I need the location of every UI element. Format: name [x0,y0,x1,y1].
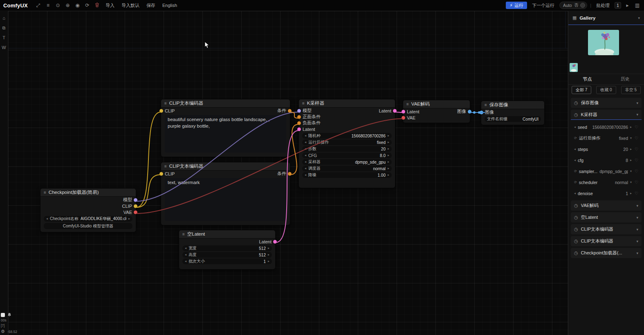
gear-icon[interactable]: ⚙ [1,329,5,334]
increment-icon[interactable]: ▸ [630,158,632,162]
dropdown-icon[interactable]: ▾ [630,180,632,184]
menu-icon[interactable]: ≡ [45,3,52,8]
param-denoise[interactable]: ◂ denoise 1 ▸ ♡ [570,188,642,199]
run-button[interactable]: ⚡ 运行 [506,2,527,9]
trash-icon[interactable] [94,2,101,8]
clip-input-port[interactable] [159,172,163,175]
after-run-widget[interactable]: ◂ 运行后操作 fixed ▸ [302,139,392,145]
param-steps[interactable]: ◂ steps 20 ▸ ♡ [570,144,642,155]
param-after-run[interactable]: ⟳ 运行后操作 fixed ▾ ♡ [570,133,642,144]
chevron-down-icon[interactable]: ▾ [636,216,638,220]
workspace-tool[interactable]: W [2,45,6,50]
node-menu-icon[interactable]: ≡ [182,232,185,236]
home-icon[interactable]: ⌂ [2,16,5,20]
list-item-ksampler[interactable]: ◷ K采样器 ▾ [571,110,642,120]
model-manager-button[interactable]: ComfyUI-Studio 模型管理器 [44,223,132,229]
decrement-icon[interactable]: ◂ [305,154,306,157]
latent-input-port[interactable] [297,127,301,131]
increment-icon[interactable]: ▸ [388,167,389,170]
favorite-icon[interactable]: ♡ [635,158,638,162]
vae-input-port[interactable] [402,116,405,119]
increment-icon[interactable]: ▸ [630,191,632,195]
cycle-icon[interactable]: ⟳ [574,169,577,173]
negative-input-port[interactable] [297,121,301,125]
node-header[interactable]: ≡ Checkpoint加载器(简易) [40,189,136,197]
increment-icon[interactable]: ▸ [268,247,269,250]
chevron-down-icon[interactable]: ▾ [636,101,638,105]
decrement-icon[interactable]: ◂ [305,141,306,144]
list-item-clip-encoder-1[interactable]: ◷ CLIP文本编码器 ▾ [571,224,642,234]
fit-view-icon[interactable]: ⊙ [54,3,61,8]
cycle-icon[interactable]: ⟳ [574,180,577,184]
favorite-icon[interactable]: ♡ [635,147,638,151]
model-output-port[interactable] [134,198,137,202]
decrement-icon[interactable]: ◂ [574,158,576,162]
filter-all[interactable]: 全部 7 [572,86,591,94]
increment-icon[interactable]: ▸ [388,154,389,157]
node-clip-text-encode-negative[interactable]: ≡ CLIP文本编码器 CLIP 条件 text, watermark [161,162,290,225]
zoom-in-icon[interactable]: ⊕ [64,3,71,8]
favorite-icon[interactable]: ♡ [635,191,638,196]
cfg-widget[interactable]: ◂ CFG 8.0 ▸ [302,153,392,158]
menu-language[interactable]: English [160,3,179,8]
decrement-icon[interactable]: ◂ [574,191,576,195]
batch-step-icon[interactable]: ▸ [624,3,631,8]
list-item-save-image[interactable]: ◷ 保存图像 ▾ [571,98,642,108]
auto-toggle[interactable]: Auto 否 [559,2,587,9]
fullscreen-icon[interactable]: ⤢ [35,3,42,8]
gallery-header[interactable]: ▦ Gallery ▾ [568,11,644,25]
model-input-port[interactable] [297,109,301,112]
sampler-widget[interactable]: ◂ 采样器 dpmpp_sde_gpu ▸ [302,159,392,165]
conditioning-output-port[interactable] [288,172,292,175]
notification-bell-icon[interactable] [7,313,11,317]
increment-icon[interactable]: ▸ [630,125,632,129]
batch-size-widget[interactable]: ◂ 批次大小 1 ▸ [182,259,272,264]
templates-tool[interactable]: T [2,36,5,40]
node-menu-icon[interactable]: ≡ [406,102,409,106]
dropdown-icon[interactable]: ▾ [630,169,632,173]
denoise-widget[interactable]: ◂ 降噪 1.00 ▸ [302,172,392,178]
width-widget[interactable]: ◂ 宽度 512 ▸ [182,245,272,251]
batch-count-input[interactable]: 1 [615,2,621,9]
decrement-icon[interactable]: ◂ [185,247,186,250]
node-menu-icon[interactable]: ≡ [485,103,487,107]
increment-icon[interactable]: ▸ [268,260,269,263]
next-run-button[interactable]: 下一个运行 [530,2,556,9]
gallery-thumbnail[interactable] [570,63,578,72]
increment-icon[interactable]: ▸ [388,173,389,177]
node-save-image[interactable]: ≡ 保存图像 图像 文件名前缀 ComfyUI [481,101,545,125]
param-sampler[interactable]: ⟳ sampler... dpmpp_sde_gpu ▾ ♡ [570,166,642,177]
favorite-icon[interactable]: ♡ [635,169,638,173]
node-menu-icon[interactable]: ≡ [302,101,305,106]
height-widget[interactable]: ◂ 高度 512 ▸ [182,252,272,258]
node-vae-decode[interactable]: ≡ VAE解码 Latent 图像 VAE [403,100,470,123]
positive-input-port[interactable] [297,115,301,119]
node-ksampler[interactable]: ≡ K采样器 模型 Latent 正面条件 负面条件 Latent ◂ 随机种 … [298,99,395,188]
param-cfg[interactable]: ◂ cfg 8 ▸ ♡ [570,155,642,166]
decrement-icon[interactable]: ◂ [185,253,186,256]
decrement-icon[interactable]: ◂ [305,160,306,164]
prompt-textarea[interactable]: text, watermark [165,178,286,221]
minimap-icon[interactable] [1,313,5,317]
decrement-icon[interactable]: ◂ [305,167,306,170]
node-menu-icon[interactable]: ≡ [164,164,167,169]
node-menu-icon[interactable]: ≡ [164,101,167,106]
latent-output-port[interactable] [393,109,397,112]
graph-canvas[interactable]: ≡ CLIP文本编码器 CLIP 条件 beautiful scenery na… [8,11,568,335]
tab-history[interactable]: 历史 [606,74,644,84]
chevron-down-icon[interactable]: ▾ [638,16,640,20]
decrement-icon[interactable]: ◂ [574,125,576,129]
node-header[interactable]: ≡ CLIP文本编码器 [161,99,290,108]
increment-icon[interactable]: ▸ [388,160,389,164]
menu-import[interactable]: 导入 [103,2,117,9]
filename-prefix-widget[interactable]: 文件名前缀 ComfyUI [485,116,541,122]
menu-save[interactable]: 保存 [144,2,157,9]
favorite-icon[interactable]: ♡ [635,136,638,140]
latent-output-port[interactable] [273,240,277,243]
param-seed[interactable]: ◂ seed 156680208700286 ▸ ♡ [570,121,642,133]
increment-icon[interactable]: ▸ [388,147,389,151]
gallery-image[interactable] [588,30,619,55]
refresh-icon[interactable]: ⟳ [84,3,91,8]
increment-icon[interactable]: ▸ [630,147,632,151]
node-header[interactable]: ≡ 空Latent [179,230,275,238]
